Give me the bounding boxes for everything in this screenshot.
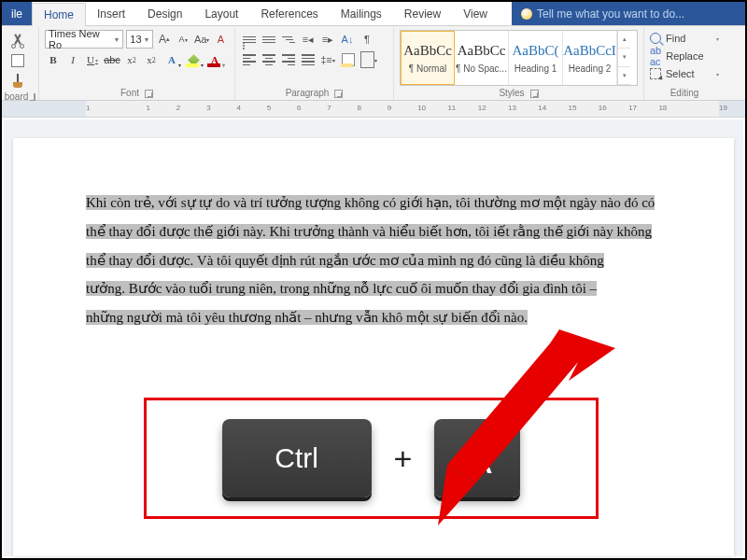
document-text[interactable]: Khi còn trẻ, với sự tự do và trí tưởng t… xyxy=(86,189,678,332)
align-left-button[interactable] xyxy=(241,50,258,69)
bold-button[interactable]: B xyxy=(45,50,62,69)
grow-font-button[interactable]: A▴ xyxy=(156,30,172,49)
ribbon-tabs: ile Home Insert Design Layout References… xyxy=(2,2,745,26)
superscript-button[interactable]: x2 xyxy=(143,50,160,69)
search-icon xyxy=(650,33,661,44)
tab-layout[interactable]: Layout xyxy=(193,2,249,25)
chevron-down-icon: ▼ xyxy=(143,36,149,43)
format-painter-button[interactable] xyxy=(7,71,28,91)
underline-button[interactable]: U▾ xyxy=(84,50,101,69)
multilevel-list-button[interactable] xyxy=(280,30,297,49)
styles-dialog-launcher[interactable] xyxy=(530,90,539,98)
show-hide-marks-button[interactable]: ¶ xyxy=(359,30,375,49)
change-case-button[interactable]: Aa▾ xyxy=(194,30,210,49)
group-styles: AaBbCc ¶ Normal AaBbCc ¶ No Spac... AaBb… xyxy=(394,28,644,100)
document-page[interactable]: Khi còn trẻ, với sự tự do và trí tưởng t… xyxy=(13,138,734,556)
style-preview: AaBbCc xyxy=(458,43,506,59)
group-font: Times New Ro▼ 13▼ A▴ A▾ Aa▾ A B I U▾ abc… xyxy=(39,28,235,100)
border-icon xyxy=(360,51,374,68)
bullets-button[interactable] xyxy=(241,30,258,49)
font-size-value: 13 xyxy=(130,34,141,45)
chevron-up-icon[interactable]: ▴ xyxy=(618,31,630,49)
lightbulb-icon xyxy=(521,8,532,20)
borders-button[interactable]: ▾ xyxy=(360,50,377,69)
selected-text: Khi còn trẻ, với sự tự do và trí tưởng t… xyxy=(86,195,655,210)
cut-button[interactable] xyxy=(7,30,28,50)
chevron-down-icon: ▼ xyxy=(113,36,120,43)
selected-text: Và tôi quyết định rút ngắn ước mơ của mì… xyxy=(197,253,604,268)
shrink-font-button[interactable]: A▾ xyxy=(175,30,190,49)
chevron-down-icon: ▾ xyxy=(222,62,225,68)
style-no-spacing[interactable]: AaBbCc ¶ No Spac... xyxy=(455,31,509,85)
ribbon: board Times New Ro▼ 13▼ A▴ A▾ Aa▾ A B I … xyxy=(2,26,745,101)
align-right-button[interactable] xyxy=(280,50,297,69)
shading-button[interactable] xyxy=(339,50,358,69)
numbering-button[interactable] xyxy=(261,30,277,49)
paragraph-dialog-launcher[interactable] xyxy=(334,90,343,98)
tab-file[interactable]: ile xyxy=(2,2,32,25)
text-effects-button[interactable]: A▾ xyxy=(162,50,181,69)
horizontal-ruler[interactable]: 112345678910111213141516171819 xyxy=(2,101,745,118)
decrease-indent-button[interactable]: ≡◂ xyxy=(300,30,317,49)
tab-mailings[interactable]: Mailings xyxy=(330,2,393,25)
styles-gallery-scroll[interactable]: ▴▾▾ xyxy=(617,31,630,85)
plus-sign: + xyxy=(394,441,413,477)
style-heading-2[interactable]: AaBbCcI Heading 2 xyxy=(563,31,617,85)
selected-text: thể thay đổi được thế giới này. Khi trưở… xyxy=(86,224,652,239)
replace-label: Replace xyxy=(666,50,703,62)
select-label: Select xyxy=(666,68,695,79)
sort-button[interactable]: A↓ xyxy=(339,30,356,49)
line-spacing-button[interactable]: ‡≡▾ xyxy=(319,50,336,69)
font-family-value: Times New Ro xyxy=(49,28,113,50)
font-dialog-launcher[interactable] xyxy=(145,90,153,98)
chevron-down-icon[interactable]: ▾ xyxy=(618,49,630,66)
chevron-down-icon: ▾ xyxy=(206,36,209,43)
style-preview: AaBbC( xyxy=(513,43,559,59)
style-name-label: ¶ Normal xyxy=(409,63,446,74)
tab-references[interactable]: References xyxy=(249,2,329,25)
shortcut-callout: Ctrl + A xyxy=(144,398,599,519)
justify-button[interactable] xyxy=(300,50,317,69)
document-area: Khi còn trẻ, với sự tự do và trí tưởng t… xyxy=(4,119,743,556)
styles-more-icon[interactable]: ▾ xyxy=(618,67,630,85)
group-paragraph: ≡◂ ≡▸ A↓ ¶ ‡≡▾ ▾ Paragraph xyxy=(235,28,394,100)
style-name-label: Heading 1 xyxy=(514,63,557,74)
select-button[interactable]: Select▾ xyxy=(650,65,719,82)
tell-me-search[interactable]: Tell me what you want to do... xyxy=(512,2,745,25)
select-icon xyxy=(650,68,661,79)
style-name-label: ¶ No Spac... xyxy=(456,63,507,74)
selected-text: thể thay đổi được. xyxy=(86,253,197,268)
tab-home[interactable]: Home xyxy=(32,3,86,26)
style-normal[interactable]: AaBbCc ¶ Normal xyxy=(401,31,455,85)
font-family-combo[interactable]: Times New Ro▼ xyxy=(45,30,123,49)
find-label: Find xyxy=(666,33,685,44)
font-color-button[interactable]: A▾ xyxy=(205,50,224,69)
group-label-paragraph: Paragraph xyxy=(286,88,330,100)
chevron-down-icon: ▾ xyxy=(178,62,181,68)
key-a: A xyxy=(434,419,520,497)
style-heading-1[interactable]: AaBbC( Heading 1 xyxy=(509,31,563,85)
increase-indent-button[interactable]: ≡▸ xyxy=(319,30,336,49)
group-label-editing: Editing xyxy=(670,88,699,100)
styles-gallery[interactable]: AaBbCc ¶ Normal AaBbCc ¶ No Spac... AaBb… xyxy=(400,30,638,86)
copy-button[interactable] xyxy=(7,50,28,71)
tab-design[interactable]: Design xyxy=(136,2,193,25)
chevron-down-icon: ▾ xyxy=(716,71,719,77)
align-center-button[interactable] xyxy=(261,50,277,69)
italic-button[interactable]: I xyxy=(64,50,81,69)
selected-text: tưởng. Bước vào tuổi trung niên, trong n… xyxy=(86,281,597,296)
subscript-button[interactable]: x2 xyxy=(123,50,140,69)
replace-button[interactable]: abacReplace xyxy=(650,48,719,64)
font-size-combo[interactable]: 13▼ xyxy=(126,30,153,49)
tab-review[interactable]: Review xyxy=(393,2,452,25)
strikethrough-button[interactable]: abc xyxy=(104,50,120,69)
highlight-button[interactable]: ▾ xyxy=(184,50,203,69)
style-preview: AaBbCc xyxy=(403,43,452,59)
clear-formatting-button[interactable]: A xyxy=(213,30,229,49)
tab-view[interactable]: View xyxy=(452,2,499,25)
selected-text: những người mà tôi yêu thương nhất – như… xyxy=(86,310,528,325)
chevron-down-icon: ▾ xyxy=(716,35,719,42)
replace-icon: abac xyxy=(650,45,661,67)
chevron-down-icon: ▾ xyxy=(332,57,335,63)
tab-insert[interactable]: Insert xyxy=(86,2,136,25)
